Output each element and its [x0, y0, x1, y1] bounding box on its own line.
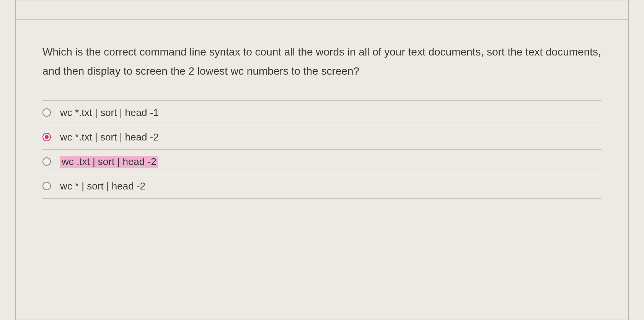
option-label: wc *.txt | sort | head -2 [60, 131, 159, 143]
option-row-3[interactable]: wc .txt | sort | head -2 [42, 149, 602, 174]
radio-icon[interactable] [42, 108, 51, 117]
options-container: wc *.txt | sort | head -1 wc *.txt | sor… [42, 100, 602, 199]
quiz-container: Which is the correct command line syntax… [15, 0, 629, 320]
top-section [16, 0, 628, 20]
radio-icon-selected[interactable] [42, 133, 51, 141]
question-text: Which is the correct command line syntax… [42, 42, 602, 81]
option-row-4[interactable]: wc * | sort | head -2 [42, 174, 602, 199]
radio-icon[interactable] [42, 157, 51, 166]
radio-icon[interactable] [42, 182, 51, 190]
option-label: wc * | sort | head -2 [60, 180, 145, 192]
question-section: Which is the correct command line syntax… [16, 20, 628, 214]
option-label: wc *.txt | sort | head -1 [60, 107, 159, 119]
option-row-1[interactable]: wc *.txt | sort | head -1 [42, 100, 602, 125]
option-row-2[interactable]: wc *.txt | sort | head -2 [42, 125, 602, 149]
option-label-highlighted: wc .txt | sort | head -2 [60, 156, 158, 168]
